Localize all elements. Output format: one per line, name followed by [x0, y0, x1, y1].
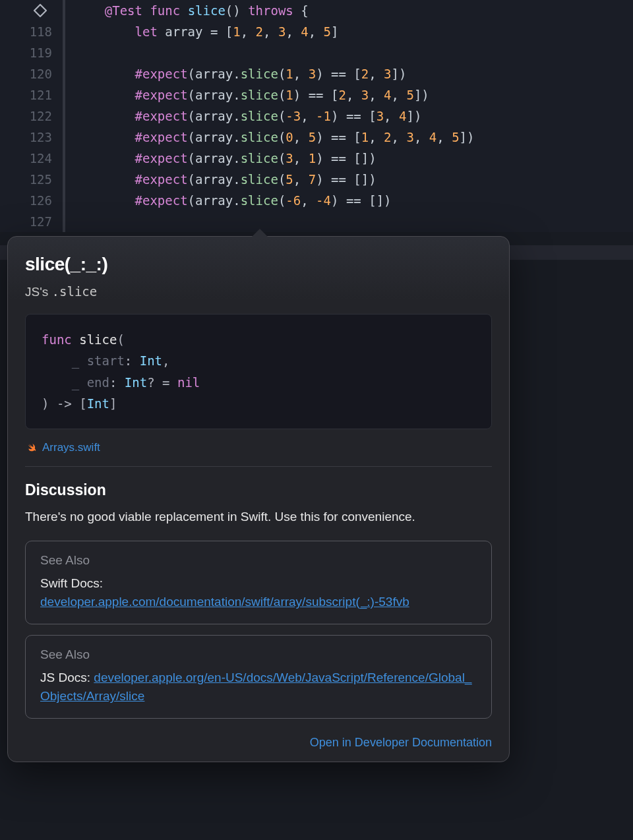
line-content[interactable]: #expect(array.slice(1, 3) == [2, 3]): [63, 67, 406, 81]
line-number: 123: [30, 130, 52, 144]
code-line[interactable]: 118 let array = [1, 2, 3, 4, 5]: [0, 21, 633, 42]
line-number: 121: [30, 88, 52, 102]
swift-icon: [25, 442, 37, 454]
seealso-box: See Also Swift Docs: developer.apple.com…: [25, 541, 492, 624]
seealso-label: See Also: [40, 647, 477, 662]
line-number: 127: [30, 214, 52, 229]
subtitle-code: .slice: [52, 284, 98, 299]
signature-box: func slice( _ start: Int, _ end: Int? = …: [25, 314, 492, 429]
line-content[interactable]: #expect(array.slice(3, 1) == []): [63, 151, 377, 165]
divider: [25, 466, 492, 467]
line-number: 118: [30, 24, 52, 39]
code-line[interactable]: 119: [0, 42, 633, 63]
gutter: 126: [0, 193, 63, 208]
source-file-label: Arrays.swift: [42, 441, 100, 454]
seealso-link[interactable]: developer.apple.org/en-US/docs/Web/JavaS…: [40, 671, 471, 704]
code-editor[interactable]: @Test func slice() throws {118 let array…: [0, 0, 633, 232]
line-number: 119: [30, 45, 52, 60]
popover-title: slice(_:_:): [25, 254, 492, 275]
discussion-heading: Discussion: [25, 481, 492, 499]
line-content[interactable]: let array = [1, 2, 3, 4, 5]: [63, 24, 339, 39]
gutter: 127: [0, 214, 63, 229]
subtitle-prefix: JS's: [25, 285, 52, 299]
seealso-prefix: JS Docs:: [40, 671, 94, 684]
gutter: 119: [0, 45, 63, 60]
seealso-box: See Also JS Docs: developer.apple.org/en…: [25, 635, 492, 719]
seealso-prefix: Swift Docs:: [40, 576, 103, 590]
line-content[interactable]: #expect(array.slice(-3, -1) == [3, 4]): [63, 109, 421, 123]
seealso-label: See Also: [40, 553, 477, 568]
gutter: 118: [0, 24, 63, 39]
line-number: 122: [30, 109, 52, 123]
source-file-link[interactable]: Arrays.swift: [25, 441, 492, 454]
line-content[interactable]: #expect(array.slice(0, 5) == [1, 2, 3, 4…: [63, 130, 474, 144]
line-content[interactable]: #expect(array.slice(-6, -4) == []): [63, 193, 392, 208]
code-line[interactable]: 127: [0, 211, 633, 232]
code-line[interactable]: 121 #expect(array.slice(1) == [2, 3, 4, …: [0, 84, 633, 105]
popover-footer: Open in Developer Documentation: [25, 729, 492, 750]
quickhelp-popover: slice(_:_:) JS's .slice func slice( _ st…: [7, 236, 510, 762]
line-content[interactable]: #expect(array.slice(5, 7) == []): [63, 172, 377, 187]
run-test-icon[interactable]: [32, 3, 48, 18]
open-docs-link[interactable]: Open in Developer Documentation: [310, 736, 492, 749]
code-line[interactable]: 124 #expect(array.slice(3, 1) == []): [0, 148, 633, 169]
gutter: 122: [0, 109, 63, 123]
gutter: 120: [0, 67, 63, 81]
line-number: 125: [30, 172, 52, 187]
code-line[interactable]: 125 #expect(array.slice(5, 7) == []): [0, 169, 633, 190]
line-number: 124: [30, 151, 52, 165]
seealso-text: Swift Docs: developer.apple.com/document…: [40, 574, 477, 612]
seealso-text: JS Docs: developer.apple.org/en-US/docs/…: [40, 669, 477, 706]
code-line[interactable]: 120 #expect(array.slice(1, 3) == [2, 3]): [0, 63, 633, 84]
code-line[interactable]: 122 #expect(array.slice(-3, -1) == [3, 4…: [0, 105, 633, 127]
code-line[interactable]: @Test func slice() throws {: [0, 0, 633, 21]
line-number: 126: [30, 193, 52, 208]
code-line[interactable]: 126 #expect(array.slice(-6, -4) == []): [0, 190, 633, 211]
popover-subtitle: JS's .slice: [25, 284, 492, 299]
line-content[interactable]: #expect(array.slice(1) == [2, 3, 4, 5]): [63, 88, 429, 102]
line-number: 120: [30, 67, 52, 81]
gutter: 123: [0, 130, 63, 144]
gutter: 124: [0, 151, 63, 165]
discussion-text: There's no good viable replacement in Sw…: [25, 508, 492, 526]
gutter: 121: [0, 88, 63, 102]
gutter: 125: [0, 172, 63, 187]
gutter: [0, 3, 63, 18]
gutter-bar: [63, 0, 65, 232]
line-content[interactable]: @Test func slice() throws {: [63, 3, 309, 18]
seealso-link[interactable]: developer.apple.com/documentation/swift/…: [40, 595, 409, 609]
code-line[interactable]: 123 #expect(array.slice(0, 5) == [1, 2, …: [0, 127, 633, 148]
